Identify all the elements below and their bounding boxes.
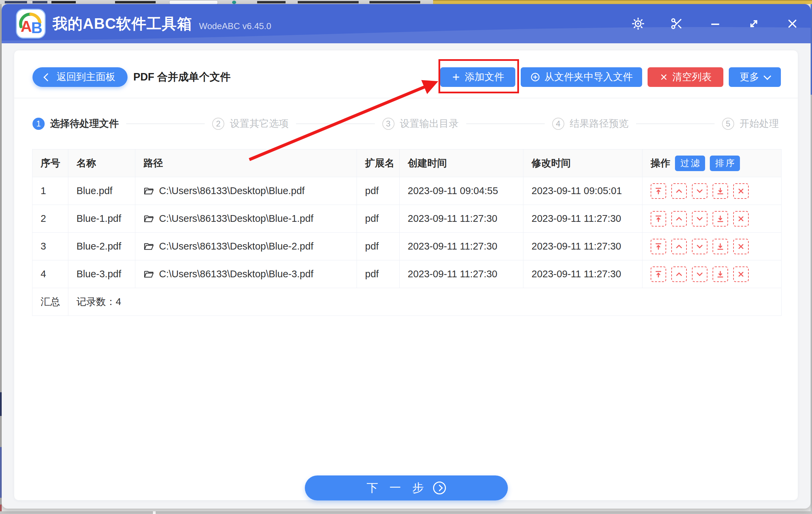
move-down-button[interactable] <box>692 183 707 199</box>
clear-list-button[interactable]: 清空列表 <box>648 67 723 87</box>
x-icon <box>659 73 668 81</box>
column-header-actions-label: 操作 <box>651 157 670 170</box>
logo-letter-a: A <box>21 17 31 36</box>
path: C:\Users\86133\Desktop\Blue.pdf <box>143 185 357 196</box>
move-down-button[interactable] <box>692 239 707 254</box>
delete-row-button[interactable] <box>733 183 749 199</box>
maximize-button[interactable] <box>747 17 761 30</box>
delete-icon <box>736 186 746 196</box>
cell-path: C:\Users\86133\Desktop\Blue-1.pdf <box>135 205 357 233</box>
import-from-folder-label: 从文件夹中导入文件 <box>544 70 633 84</box>
move-up-button[interactable] <box>671 239 687 254</box>
path-text: C:\Users\86133\Desktop\Blue-3.pdf <box>159 268 313 280</box>
step-circle: 5 <box>722 118 734 130</box>
cell-actions <box>642 233 782 260</box>
settings-button[interactable] <box>631 17 645 30</box>
cell-name: Blue-3.pdf <box>68 260 135 288</box>
step-2[interactable]: 2设置其它选项 <box>212 117 289 131</box>
table-row: 3Blue-2.pdf C:\Users\86133\Desktop\Blue-… <box>32 233 782 260</box>
background-window-right-sliver <box>811 4 812 514</box>
open-folder-icon[interactable] <box>143 241 154 252</box>
next-step-button[interactable]: 下 一 步 <box>305 475 508 500</box>
step-circle: 1 <box>32 118 45 130</box>
move-down-button[interactable] <box>692 266 707 282</box>
back-to-main-button[interactable]: 返回到主面板 <box>32 67 128 87</box>
path-text: C:\Users\86133\Desktop\Blue-1.pdf <box>159 213 313 224</box>
move-to-top-button[interactable] <box>651 211 666 227</box>
circle-plus-icon <box>530 72 540 82</box>
move-to-bottom-icon <box>716 270 725 279</box>
step-3[interactable]: 3设置输出目录 <box>382 117 459 131</box>
move-to-top-button[interactable] <box>651 239 666 254</box>
open-folder-icon[interactable] <box>143 213 154 224</box>
table-row: 2Blue-1.pdf C:\Users\86133\Desktop\Blue-… <box>32 205 782 233</box>
cell-index: 4 <box>32 260 68 288</box>
move-to-top-icon <box>654 186 663 196</box>
cell-index: 2 <box>32 205 68 233</box>
cell-modified: 2023-09-11 11:27:30 <box>523 260 642 288</box>
close-icon <box>786 17 799 30</box>
move-to-top-button[interactable] <box>651 183 666 199</box>
step-label: 开始处理 <box>740 117 779 131</box>
table-header-row: 序号 名称 路径 扩展名 创建时间 修改时间 操作 过滤 排序 <box>32 149 782 177</box>
screenshot-button[interactable] <box>670 17 683 30</box>
delete-icon <box>736 270 746 279</box>
step-circle: 2 <box>212 118 224 130</box>
cell-ext: pdf <box>357 233 400 260</box>
cell-ext: pdf <box>357 260 400 288</box>
resize-icon <box>747 17 761 30</box>
import-from-folder-button[interactable]: 从文件夹中导入文件 <box>521 67 642 87</box>
step-1[interactable]: 1选择待处理文件 <box>32 117 119 131</box>
cell-ext: pdf <box>357 205 400 233</box>
open-folder-icon[interactable] <box>143 186 154 196</box>
close-button[interactable] <box>786 17 799 30</box>
delete-row-button[interactable] <box>733 239 749 254</box>
next-step-label: 下 一 步 <box>367 480 428 496</box>
table-row: 1Blue.pdf C:\Users\86133\Desktop\Blue.pd… <box>32 177 782 205</box>
more-label: 更多 <box>740 70 759 84</box>
move-up-button[interactable] <box>671 183 687 199</box>
move-to-bottom-button[interactable] <box>713 239 728 254</box>
add-files-button[interactable]: 添加文件 <box>440 67 515 87</box>
column-header-index: 序号 <box>32 149 68 177</box>
minimize-button[interactable] <box>708 17 722 30</box>
app-version: WodeABC v6.45.0 <box>199 21 271 31</box>
path: C:\Users\86133\Desktop\Blue-2.pdf <box>143 241 357 252</box>
more-button[interactable]: 更多 <box>729 67 781 87</box>
cell-created: 2023-09-11 11:27:30 <box>400 260 523 288</box>
path: C:\Users\86133\Desktop\Blue-3.pdf <box>143 268 357 280</box>
delete-row-button[interactable] <box>733 211 749 227</box>
move-to-top-icon <box>654 242 663 251</box>
cell-actions <box>642 205 782 233</box>
path-text: C:\Users\86133\Desktop\Blue-2.pdf <box>159 241 313 252</box>
sort-button[interactable]: 排序 <box>710 156 740 171</box>
move-to-bottom-button[interactable] <box>713 266 728 282</box>
move-to-bottom-button[interactable] <box>713 211 728 227</box>
background-taskbar-strip <box>0 511 812 514</box>
open-folder-icon[interactable] <box>143 269 154 280</box>
chevron-up-icon <box>674 186 684 196</box>
move-to-bottom-button[interactable] <box>713 183 728 199</box>
cell-created: 2023-09-11 11:27:30 <box>400 233 523 260</box>
logo-letter-b: B <box>31 19 42 37</box>
cell-index: 3 <box>32 233 68 260</box>
add-files-label: 添加文件 <box>465 70 504 84</box>
app-title: 我的ABC软件工具箱 WodeABC v6.45.0 <box>52 4 271 43</box>
page-title: PDF 合并成单个文件 <box>133 67 231 87</box>
step-5[interactable]: 5开始处理 <box>722 117 779 131</box>
chevron-down-icon <box>695 270 704 279</box>
move-up-button[interactable] <box>671 211 687 227</box>
titlebar: A B 我的ABC软件工具箱 WodeABC v6.45.0 <box>2 4 811 43</box>
move-down-button[interactable] <box>692 211 707 227</box>
move-up-button[interactable] <box>671 266 687 282</box>
cell-modified: 2023-09-11 09:05:01 <box>523 177 642 205</box>
filter-button[interactable]: 过滤 <box>675 156 705 171</box>
chevron-up-icon <box>674 214 684 224</box>
path-text: C:\Users\86133\Desktop\Blue.pdf <box>159 185 304 196</box>
app-window: A B 我的ABC软件工具箱 WodeABC v6.45.0 <box>2 4 811 509</box>
step-4[interactable]: 4结果路径预览 <box>552 117 629 131</box>
move-to-bottom-icon <box>716 242 725 251</box>
cell-created: 2023-09-11 09:04:55 <box>400 177 523 205</box>
move-to-top-button[interactable] <box>651 266 666 282</box>
delete-row-button[interactable] <box>733 266 749 282</box>
